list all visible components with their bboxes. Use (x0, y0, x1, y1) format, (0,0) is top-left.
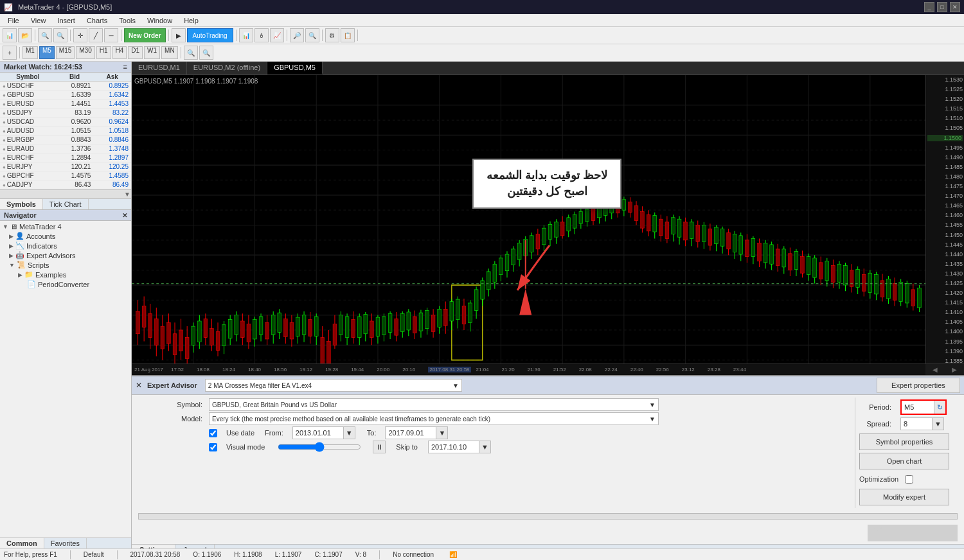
market-watch-scroll[interactable]: Symbol Bid Ask ●USDCHF0.89210.8925●GBPUS… (0, 73, 131, 189)
market-table-row[interactable]: ●EURAUD1.37361.3748 (0, 144, 131, 153)
chart-type-candle[interactable]: 🕯 (254, 28, 269, 42)
market-table-row[interactable]: ●AUDUSD1.05151.0518 (0, 127, 131, 136)
st-optimization-checkbox[interactable] (905, 475, 913, 484)
period-d1[interactable]: D1 (128, 46, 143, 59)
period-mn[interactable]: MN (161, 46, 178, 59)
st-ea-dropdown[interactable]: 2 MA Crosses Mega filter EA V1.ex4 ▼ (205, 379, 871, 392)
scroll-down-btn[interactable]: ▼ (124, 191, 130, 198)
market-table-row[interactable]: ●EURGBP0.88430.8846 (0, 136, 131, 144)
nav-tab-common[interactable]: Common (0, 538, 44, 548)
maximize-button[interactable]: □ (937, 2, 947, 12)
chart-type-bar[interactable]: 📊 (239, 28, 253, 42)
market-table-row[interactable]: ●USDCAD0.96200.9624 (0, 118, 131, 127)
st-spread-picker[interactable]: ▼ (933, 417, 944, 430)
scroll-right-btn[interactable]: ▶ (952, 366, 957, 373)
st-model-select[interactable]: Every tick (the most precise method base… (209, 412, 659, 425)
menu-help[interactable]: Help (179, 15, 204, 26)
st-pause-btn[interactable]: ⏸ (373, 441, 386, 453)
properties-btn[interactable]: ⚙ (325, 28, 339, 42)
tree-root[interactable]: ▼ 🖥 MetaTrader 4 (0, 222, 131, 231)
period-m5[interactable]: M5 (39, 46, 55, 59)
st-to-picker[interactable]: ▼ (436, 426, 448, 439)
market-table-row[interactable]: ●EURJPY120.21120.25 (0, 162, 131, 171)
navigator-close-btn[interactable]: ✕ (122, 212, 127, 219)
period-m30[interactable]: M30 (76, 46, 94, 59)
new-chart-btn[interactable]: 📊 (3, 28, 17, 42)
tree-examples[interactable]: ▶ 📁 Examples (0, 270, 131, 279)
market-table-row[interactable]: ●EURCHF1.28941.2897 (0, 153, 131, 162)
chart-tab-eurusd-m1[interactable]: EURUSD,M1 (132, 62, 187, 74)
chart-scroll-controls[interactable]: ◀ ▶ (925, 363, 964, 375)
line-btn[interactable]: ╱ (89, 28, 103, 42)
period-h1[interactable]: H1 (96, 46, 111, 59)
new-order-button[interactable]: New Order (124, 28, 166, 42)
menu-view[interactable]: View (26, 15, 51, 26)
st-speed-slider[interactable] (278, 442, 361, 452)
st-tab-journal[interactable]: Journal (175, 545, 215, 548)
chart-type-line[interactable]: 📈 (270, 28, 284, 42)
nav-tab-favorites[interactable]: Favorites (44, 538, 87, 548)
open-chart-btn[interactable]: Open chart (859, 453, 949, 469)
scroll-left-btn[interactable]: ◀ (933, 366, 938, 373)
period-h4[interactable]: H4 (112, 46, 127, 59)
st-ea-select[interactable]: 2 MA Crosses Mega filter EA V1.ex4 ▼ (205, 379, 462, 392)
minimize-button[interactable]: _ (924, 2, 934, 12)
zoom-in-btn[interactable]: 🔍 (38, 28, 52, 42)
st-from-picker[interactable]: ▼ (344, 426, 355, 439)
st-close-btn[interactable]: ✕ (136, 381, 142, 390)
market-table-row[interactable]: ●GBPUSD1.63391.6342 (0, 91, 131, 100)
st-period-input[interactable] (902, 401, 934, 414)
zoom-in2[interactable]: 🔎 (290, 28, 304, 42)
tree-scripts[interactable]: ▼ 📜 Scripts (0, 260, 131, 270)
start-button[interactable]: Start (868, 525, 958, 541)
menu-charts[interactable]: Charts (82, 15, 112, 26)
st-symbol-select[interactable]: GBPUSD, Great Britain Pound vs US Dollar… (209, 398, 659, 411)
menu-insert[interactable]: Insert (52, 15, 80, 26)
open-btn[interactable]: 📂 (18, 28, 32, 42)
modify-expert-btn[interactable]: Modify expert (859, 489, 949, 505)
market-table-row[interactable]: ●USDJPY83.1983.22 (0, 109, 131, 118)
menu-window[interactable]: Window (142, 15, 177, 26)
st-to-input[interactable] (385, 426, 436, 439)
st-spread-input[interactable] (900, 417, 933, 430)
market-table-row[interactable]: ●EURUSD1.44511.4453 (0, 100, 131, 109)
period-w1[interactable]: W1 (144, 46, 160, 59)
st-usedate-checkbox[interactable] (209, 429, 217, 437)
tree-period-converter[interactable]: 📄 PeriodConverter (0, 279, 131, 289)
add-indicator-btn[interactable]: + (3, 46, 17, 60)
crosshair-btn[interactable]: ✛ (73, 28, 87, 42)
zoom-out2[interactable]: 🔍 (305, 28, 319, 42)
st-tab-settings[interactable]: Settings (132, 545, 175, 548)
zoom-out-btn[interactable]: 🔍 (53, 28, 67, 42)
st-visual-checkbox[interactable] (209, 443, 217, 451)
tree-indicators[interactable]: ▶ 📉 Indicators (0, 241, 131, 250)
st-model-dropdown[interactable]: Every tick (the most precise method base… (209, 412, 848, 425)
st-period-btn[interactable]: ↻ (934, 401, 945, 414)
autotrading-button[interactable]: AutoTrading (187, 28, 233, 42)
st-skipto-picker[interactable]: ▼ (479, 441, 491, 453)
hline-btn[interactable]: ─ (104, 28, 118, 42)
st-from-input[interactable] (292, 426, 344, 439)
market-watch-menu-icon[interactable]: ≡ (123, 63, 127, 71)
chart-tab-gbpusd-m5[interactable]: GBPUSD,M5 (267, 62, 323, 74)
symbol-properties-btn[interactable]: Symbol properties (859, 433, 949, 450)
period-m15[interactable]: M15 (56, 46, 75, 59)
tab-symbols[interactable]: Symbols (0, 199, 43, 209)
tree-expert-advisors[interactable]: ▶ 🤖 Expert Advisors (0, 250, 131, 260)
market-table-row[interactable]: ●GBPCHF1.45751.4585 (0, 171, 131, 180)
market-watch-scrollbar[interactable]: ▼ (0, 189, 131, 198)
chart-tab-eurusd-m2[interactable]: EURUSD,M2 (offline) (187, 62, 267, 74)
st-symbol-dropdown[interactable]: GBPUSD, Great Britain Pound vs US Dollar… (209, 398, 848, 411)
menu-file[interactable]: File (3, 15, 24, 26)
template-btn[interactable]: 📋 (341, 28, 355, 42)
market-table-row[interactable]: ●CADJPY86.4386.49 (0, 180, 131, 189)
more-tools-btn[interactable]: 🔍 (184, 46, 198, 60)
close-button[interactable]: ✕ (950, 2, 960, 12)
period-m1[interactable]: M1 (22, 46, 38, 59)
menu-tools[interactable]: Tools (114, 15, 141, 26)
search-btn[interactable]: 🔍 (199, 46, 213, 60)
title-bar-controls[interactable]: _ □ ✕ (924, 2, 960, 12)
st-skipto-input[interactable] (428, 441, 479, 453)
expert-properties-btn[interactable]: Expert properties (877, 378, 960, 393)
tree-accounts[interactable]: ▶ 👤 Accounts (0, 231, 131, 241)
